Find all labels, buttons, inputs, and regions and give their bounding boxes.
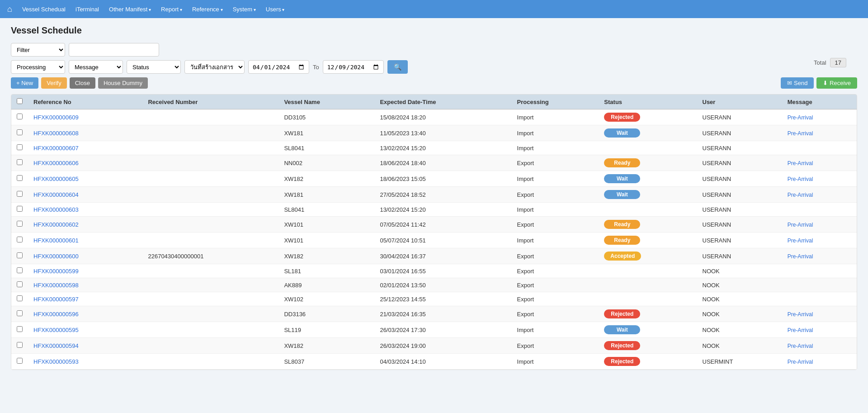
row-checkbox[interactable] bbox=[17, 129, 23, 135]
expected-datetime: 27/05/2024 18:52 bbox=[374, 187, 511, 203]
row-checkbox[interactable] bbox=[17, 342, 23, 348]
reference-link[interactable]: HFXK000000596 bbox=[33, 311, 79, 318]
date-type-filter[interactable]: วันที่สร้างเอกสาร วันที่รับ bbox=[184, 60, 245, 74]
total-badge: Total 17 bbox=[814, 58, 846, 67]
status-badge: Rejected bbox=[604, 309, 640, 318]
filter-select[interactable]: Filter bbox=[11, 43, 65, 57]
reference-link[interactable]: HFXK000000599 bbox=[33, 268, 79, 275]
message-link[interactable]: Pre-Arrival bbox=[788, 327, 813, 333]
table-row: HFXK000000601XW10105/07/2024 10:51Import… bbox=[11, 233, 857, 248]
message-link[interactable]: Pre-Arrival bbox=[788, 160, 813, 166]
message-link[interactable]: Pre-Arrival bbox=[788, 359, 813, 365]
row-checkbox[interactable] bbox=[17, 206, 23, 212]
row-checkbox[interactable] bbox=[17, 326, 23, 332]
message-link[interactable]: Pre-Arrival bbox=[788, 192, 813, 198]
row-checkbox[interactable] bbox=[17, 114, 23, 119]
user: USERANN bbox=[697, 171, 782, 187]
nav-reference[interactable]: Reference bbox=[189, 4, 226, 14]
nav-users[interactable]: Users bbox=[262, 4, 288, 14]
row-checkbox[interactable] bbox=[17, 281, 23, 287]
filter-text-input[interactable] bbox=[69, 43, 159, 57]
house-dummy-button[interactable]: House Dummy bbox=[98, 77, 148, 89]
date-from-input[interactable] bbox=[248, 60, 309, 74]
nav-vessel-schedual[interactable]: Vessel Schedual bbox=[19, 4, 69, 14]
row-checkbox[interactable] bbox=[17, 310, 23, 316]
col-user: User bbox=[697, 95, 782, 109]
data-table: Reference No Received Number Vessel Name… bbox=[11, 95, 857, 370]
row-checkbox[interactable] bbox=[17, 191, 23, 197]
message-link[interactable]: Pre-Arrival bbox=[788, 253, 813, 260]
reference-link[interactable]: HFXK000000606 bbox=[33, 160, 79, 166]
received-number bbox=[142, 141, 278, 155]
table-row: HFXK000000604XW18127/05/2024 18:52Export… bbox=[11, 187, 857, 203]
send-button[interactable]: ✉ Send bbox=[781, 77, 814, 89]
nav-system-dropdown[interactable]: System bbox=[229, 6, 259, 13]
reference-link[interactable]: HFXK000000595 bbox=[33, 327, 79, 333]
message-link[interactable]: Pre-Arrival bbox=[788, 222, 813, 228]
message-link[interactable]: Pre-Arrival bbox=[788, 130, 813, 137]
message-link[interactable]: Pre-Arrival bbox=[788, 311, 813, 318]
nav-report[interactable]: Report bbox=[157, 4, 186, 14]
nav-iterminal[interactable]: iTerminal bbox=[72, 4, 103, 14]
select-all-checkbox[interactable] bbox=[17, 98, 23, 104]
reference-link[interactable]: HFXK000000593 bbox=[33, 358, 79, 365]
vessel-name: AK889 bbox=[278, 278, 374, 292]
reference-link[interactable]: HFXK000000601 bbox=[33, 237, 79, 244]
expected-datetime: 26/03/2024 19:00 bbox=[374, 338, 511, 354]
expected-datetime: 02/01/2024 13:50 bbox=[374, 278, 511, 292]
message-filter[interactable]: Message All Pre-Arrival bbox=[69, 60, 123, 74]
search-button[interactable]: 🔍 bbox=[387, 60, 408, 74]
row-checkbox[interactable] bbox=[17, 175, 23, 181]
reference-link[interactable]: HFXK000000608 bbox=[33, 130, 79, 137]
received-number bbox=[142, 217, 278, 233]
row-checkbox[interactable] bbox=[17, 267, 23, 273]
row-checkbox[interactable] bbox=[17, 358, 23, 364]
message-link[interactable]: Pre-Arrival bbox=[788, 237, 813, 244]
nav-other-manifest[interactable]: Other Manifest bbox=[105, 4, 155, 14]
message-link[interactable]: Pre-Arrival bbox=[788, 176, 813, 182]
reference-link[interactable]: HFXK000000602 bbox=[33, 221, 79, 228]
receive-button[interactable]: ⬇ Receive bbox=[816, 77, 857, 89]
date-to-input[interactable] bbox=[323, 60, 384, 74]
nav-reference-dropdown[interactable]: Reference bbox=[189, 6, 226, 13]
user: USERANN bbox=[697, 217, 782, 233]
reference-link[interactable]: HFXK000000603 bbox=[33, 206, 79, 213]
row-checkbox[interactable] bbox=[17, 221, 23, 227]
nav-system[interactable]: System bbox=[229, 4, 259, 14]
filter-row-1: Filter bbox=[11, 43, 857, 57]
vessel-name: XW102 bbox=[278, 292, 374, 306]
vessel-name: XW101 bbox=[278, 233, 374, 248]
vessel-name: SL8037 bbox=[278, 354, 374, 370]
row-checkbox[interactable] bbox=[17, 159, 23, 165]
message-link[interactable]: Pre-Arrival bbox=[788, 114, 813, 121]
reference-link[interactable]: HFXK000000607 bbox=[33, 145, 79, 152]
nav-other-manifest-dropdown[interactable]: Other Manifest bbox=[105, 6, 155, 13]
row-checkbox[interactable] bbox=[17, 252, 23, 258]
message-link[interactable]: Pre-Arrival bbox=[788, 343, 813, 349]
reference-link[interactable]: HFXK000000600 bbox=[33, 253, 79, 260]
new-button[interactable]: + New bbox=[11, 77, 38, 89]
row-checkbox[interactable] bbox=[17, 295, 23, 301]
status-filter[interactable]: Status All Rejected Wait Ready Accepted bbox=[127, 60, 181, 74]
received-number bbox=[142, 233, 278, 248]
status-badge: Wait bbox=[604, 128, 640, 138]
home-icon[interactable]: ⌂ bbox=[7, 5, 12, 14]
reference-link[interactable]: HFXK000000605 bbox=[33, 176, 79, 182]
row-checkbox[interactable] bbox=[17, 144, 23, 150]
nav-report-dropdown[interactable]: Report bbox=[157, 6, 186, 13]
processing: Import bbox=[512, 171, 599, 187]
table-row: HFXK000000608XW18111/05/2023 13:40Import… bbox=[11, 125, 857, 141]
reference-link[interactable]: HFXK000000609 bbox=[33, 114, 79, 121]
reference-link[interactable]: HFXK000000598 bbox=[33, 282, 79, 289]
row-checkbox[interactable] bbox=[17, 237, 23, 242]
reference-link[interactable]: HFXK000000597 bbox=[33, 296, 79, 303]
vessel-name: SL119 bbox=[278, 322, 374, 338]
table-row: HFXK000000602XW10107/05/2024 11:42Export… bbox=[11, 217, 857, 233]
status-badge: Wait bbox=[604, 174, 640, 183]
close-button[interactable]: Close bbox=[70, 77, 95, 89]
nav-users-dropdown[interactable]: Users bbox=[262, 6, 288, 13]
reference-link[interactable]: HFXK000000594 bbox=[33, 342, 79, 349]
processing-filter[interactable]: Processing All Import Export bbox=[11, 60, 65, 74]
reference-link[interactable]: HFXK000000604 bbox=[33, 191, 79, 198]
verify-button[interactable]: Verify bbox=[41, 77, 67, 89]
